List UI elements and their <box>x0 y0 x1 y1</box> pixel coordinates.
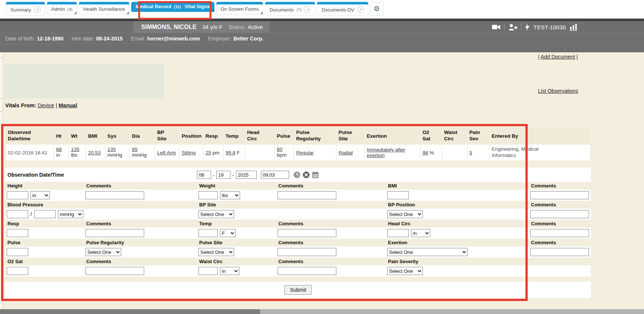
pulse-regularity-link[interactable]: Regular <box>296 150 314 156</box>
weight-comments-input[interactable] <box>278 191 336 199</box>
temp-comments-input[interactable] <box>278 229 336 237</box>
cell-pain-sev: 5 <box>467 145 489 160</box>
bp-systolic-input[interactable] <box>7 210 28 218</box>
header-divider-strip <box>0 19 644 21</box>
cell-pulse-regularity: Regular <box>294 145 336 160</box>
observation-datetime-label: Observation Date/Time <box>5 172 197 178</box>
add-person-icon[interactable] <box>508 24 517 31</box>
bp-diastolic-input[interactable] <box>34 210 56 218</box>
col-observed: Observed Date/time <box>6 128 54 144</box>
submit-button[interactable]: Submit <box>284 285 312 295</box>
comments-label: Comments <box>529 202 591 207</box>
tab-on-screen-forms[interactable]: On Screen Forms <box>216 2 263 14</box>
pulse-regularity-select[interactable]: Select One <box>85 248 121 256</box>
exertion-select[interactable]: Select One <box>387 248 467 256</box>
bp-unit-select[interactable]: mmHg <box>58 210 83 218</box>
height-unit-select[interactable]: in <box>30 191 50 199</box>
video-camera-icon[interactable] <box>492 24 501 30</box>
height-comments-input[interactable] <box>85 191 144 199</box>
lightning-icon[interactable] <box>525 23 530 31</box>
email-label: Email: <box>131 36 145 42</box>
bmi-comments-input[interactable] <box>530 191 589 199</box>
tab-health-surveillance[interactable]: Health Surveillance <box>79 2 129 14</box>
popout-icon[interactable]: ↗ <box>304 6 311 13</box>
obs-year-input[interactable] <box>236 171 257 179</box>
tab-count: (4) <box>67 7 72 12</box>
left-splitter[interactable] <box>0 52 3 309</box>
height-input[interactable] <box>7 191 28 199</box>
clock-icon[interactable] <box>293 171 301 179</box>
popout-icon[interactable]: ↗ <box>357 6 364 13</box>
exertion-link[interactable]: Immediately after exertion <box>367 147 405 158</box>
tab-admin[interactable]: Admin(4) <box>47 2 77 14</box>
waist-circ-input[interactable] <box>198 267 218 275</box>
status-label: Status: <box>229 24 246 30</box>
horizontal-scrollbar[interactable] <box>0 309 644 314</box>
waist-circ-comments-input[interactable] <box>278 267 336 275</box>
pulse-comments-input[interactable] <box>278 248 336 256</box>
sys-link[interactable]: 135 <box>107 147 116 152</box>
obs-time-input[interactable] <box>261 171 289 179</box>
icon-divider <box>521 23 521 31</box>
bp-site-link[interactable]: Left Arm <box>157 150 176 156</box>
temp-link[interactable]: 99.8 <box>226 150 235 156</box>
resp-comments-input[interactable] <box>85 229 144 237</box>
settings-gears-icon[interactable]: ⚙ <box>370 2 384 16</box>
tab-label: On Screen Forms <box>221 6 259 12</box>
col-o2-sat: O2 Sat <box>421 128 441 144</box>
weight-unit-select[interactable]: lbs <box>220 191 240 199</box>
ht-link[interactable]: 68 <box>56 147 62 152</box>
popout-icon[interactable]: ↗ <box>34 6 41 13</box>
head-circ-input[interactable] <box>387 229 409 237</box>
head-circ-comments-input[interactable] <box>530 229 589 237</box>
o2-sat-link[interactable]: 98 <box>423 150 428 156</box>
o2-sat-input[interactable] <box>7 267 28 275</box>
list-observations-link[interactable]: List Observations <box>538 88 578 94</box>
o2-sat-comments-input[interactable] <box>85 267 144 275</box>
resp-input[interactable] <box>7 229 28 237</box>
cell-sys: 135mmHg <box>106 145 129 160</box>
scrollbar-thumb[interactable] <box>0 309 260 314</box>
pain-severity-select[interactable]: Select One <box>387 267 423 275</box>
col-dia: Dia <box>130 128 155 144</box>
temp-unit-select[interactable]: F <box>220 229 236 237</box>
tab-documents-dv[interactable]: Documents-DV↗ <box>317 2 368 16</box>
pulse-site-select[interactable]: Select One <box>198 248 234 256</box>
tab-summary[interactable]: Summary↗ <box>6 2 45 16</box>
vitals-from-device-link[interactable]: Device <box>38 102 54 108</box>
tab-documents[interactable]: Documents(7)↗ <box>265 2 315 16</box>
add-document-link[interactable]: Add Document <box>541 54 575 60</box>
exertion-comments-input[interactable] <box>530 248 589 256</box>
clear-icon[interactable] <box>302 171 310 179</box>
bp-position-select[interactable]: Select One <box>387 210 423 218</box>
bp-site-select[interactable]: Select One <box>198 210 234 218</box>
comments-label: Comments <box>529 240 591 245</box>
bmi-input[interactable] <box>387 191 409 199</box>
temp-input[interactable] <box>198 229 218 237</box>
col-entered-by: Entered By <box>490 128 590 144</box>
pulse-input[interactable] <box>7 248 28 256</box>
wt-link[interactable]: 135 <box>71 147 80 152</box>
dob-value: 12-18-1990 <box>37 36 64 42</box>
obs-day-input[interactable] <box>216 171 230 179</box>
tab-medical-record-vital-signs[interactable]: Medical Record(11):Vital Signs <box>131 2 214 12</box>
position-link[interactable]: Sitting <box>182 150 196 156</box>
head-circ-unit-select[interactable]: in <box>411 229 430 237</box>
vitals-from-manual-link[interactable]: Manual <box>59 102 77 108</box>
tab-accent <box>265 2 315 4</box>
calendar-icon[interactable] <box>312 171 319 179</box>
pain-sev-link[interactable]: 5 <box>469 150 472 156</box>
bmi-link[interactable]: 20.53 <box>88 150 101 156</box>
tab-count: (11) <box>174 4 181 9</box>
resp-link[interactable]: 25 <box>206 150 211 156</box>
bp-comments-input[interactable] <box>530 210 589 218</box>
vitals-section: Observed Date/time Ht Wt BMI Sys Dia BP … <box>5 127 591 298</box>
pulse-site-link[interactable]: Radial <box>339 150 353 156</box>
col-exertion: Exertion <box>365 128 420 144</box>
dia-link[interactable]: 85 <box>132 147 137 152</box>
weight-input[interactable] <box>198 191 218 199</box>
bar-chart-icon[interactable] <box>570 23 578 31</box>
waist-circ-unit-select[interactable]: in <box>220 267 239 275</box>
pulse-link[interactable]: 60 <box>277 147 282 152</box>
obs-month-input[interactable] <box>197 171 211 179</box>
